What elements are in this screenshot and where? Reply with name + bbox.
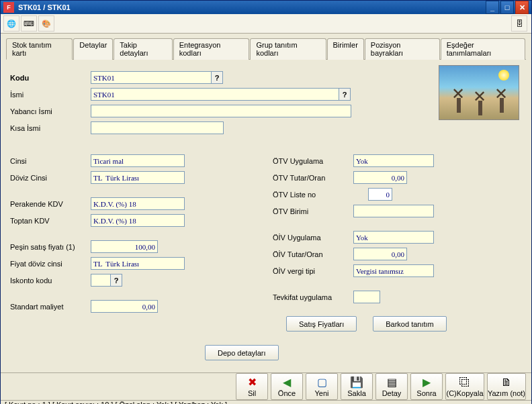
oiv-vergi-label: ÖİV vergi tipi (273, 267, 353, 275)
iskonto-help-button[interactable]: ? (110, 274, 122, 287)
once-button[interactable]: ◀Önce (271, 373, 303, 400)
oiv-tutar-input[interactable] (353, 248, 407, 260)
delete-icon: ✖ (248, 376, 257, 389)
kopyala-button[interactable]: ⿻(C)Kopyala (445, 373, 484, 400)
yabanci-ismi-input[interactable] (91, 105, 351, 117)
top-toolbar: 🌐 ⌨ 🎨 🗄 (1, 14, 531, 34)
otv-uygulama-input[interactable] (353, 154, 434, 167)
tab-grup[interactable]: Grup tanıtım kodları (250, 38, 326, 60)
kodu-help-button[interactable]: ? (211, 71, 223, 84)
doviz-cinsi-input[interactable] (91, 171, 185, 184)
close-button[interactable]: ✕ (515, 1, 529, 14)
satis-fiyatlari-button[interactable]: Satış Fiyatları (286, 316, 357, 332)
database-icon: 🗄 (516, 19, 523, 28)
sil-button[interactable]: ✖Sil (236, 373, 268, 400)
detay-button[interactable]: ▤Detay (375, 373, 408, 400)
status-text: [ Kayıt no : 1 ] [ Kayıt sayısı : 10 ] [… (5, 401, 227, 404)
ismi-label: İsmi (10, 91, 91, 99)
toolbar-keyboard-button[interactable]: ⌨ (21, 15, 37, 32)
right-column: ÖTV Uygulama ÖTV Tutar/Oran ÖTV Liste no… (273, 154, 522, 334)
new-icon: ▢ (317, 376, 327, 389)
minimize-button[interactable]: _ (486, 1, 499, 14)
otv-liste-input[interactable] (368, 188, 392, 201)
cinsi-input[interactable] (91, 154, 185, 167)
toptan-kdv-input[interactable] (91, 214, 185, 227)
otv-tutar-input[interactable] (353, 171, 407, 184)
standart-maliyet-label: Standart maliyet (10, 303, 91, 311)
yabanci-ismi-label: Yabancı İsmi (10, 107, 91, 115)
content-area: Stok tanıtım kartı Detaylar Takip detayl… (1, 34, 531, 372)
window-title: STK01 / STK01 (18, 3, 486, 11)
previous-icon: ◀ (283, 376, 291, 389)
tab-pozisyon[interactable]: Pozisyon bayrakları (365, 38, 440, 60)
note-icon: 🗎 (501, 376, 512, 389)
save-icon: 💾 (350, 376, 363, 389)
left-column: Cinsi Döviz Cinsi Perakende KDV Toptan K… (10, 154, 259, 334)
app-window: F STK01 / STK01 _ □ ✕ 🌐 ⌨ 🎨 🗄 Stok tanıt… (0, 0, 532, 404)
otv-liste-label: ÖTV Liste no (273, 191, 353, 199)
copy-icon: ⿻ (459, 376, 470, 389)
kodu-input[interactable] (91, 71, 212, 84)
tab-entegrasyon[interactable]: Entegrasyon kodları (173, 38, 250, 60)
ismi-help-button[interactable]: ? (339, 88, 351, 101)
kodu-label: Kodu (10, 74, 91, 82)
oiv-vergi-input[interactable] (353, 264, 434, 277)
titlebar: F STK01 / STK01 _ □ ✕ (1, 1, 531, 14)
otv-tutar-label: ÖTV Tutar/Oran (273, 174, 353, 182)
barkod-tanitim-button[interactable]: Barkod tanıtım (373, 316, 447, 332)
toptan-kdv-label: Toptan KDV (10, 217, 91, 225)
toolbar-db-button[interactable]: 🗄 (511, 15, 527, 32)
tevkifat-label: Tevkifat uygulama (273, 293, 353, 301)
otv-birimi-input[interactable] (353, 205, 434, 217)
kisa-ismi-label: Kısa İsmi (10, 124, 91, 132)
ismi-input[interactable] (91, 88, 339, 101)
yazim-button[interactable]: 🗎Yazım (not) (487, 373, 526, 400)
toolbar-palette-button[interactable]: 🎨 (38, 15, 54, 32)
oiv-uygulama-label: ÖİV Uygulama (273, 234, 353, 242)
sakla-button[interactable]: 💾Sakla (341, 373, 373, 400)
tab-takip[interactable]: Takip detayları (114, 38, 172, 60)
app-icon: F (3, 2, 14, 13)
otv-birimi-label: ÖTV Birimi (273, 207, 353, 215)
product-image[interactable] (439, 65, 519, 120)
kisa-ismi-input[interactable] (91, 121, 224, 134)
form-columns: Cinsi Döviz Cinsi Perakende KDV Toptan K… (10, 154, 522, 334)
globe-icon: 🌐 (7, 19, 16, 28)
tab-stok-tanitim[interactable]: Stok tanıtım kartı (6, 38, 73, 60)
iskonto-label: Iskonto kodu (10, 276, 91, 285)
tab-esdeger[interactable]: Eşdeğer tanımlamaları (441, 38, 525, 60)
keyboard-icon: ⌨ (24, 19, 34, 28)
tab-detaylar[interactable]: Detaylar (73, 38, 113, 60)
maximize-button[interactable]: □ (500, 1, 514, 14)
next-icon: ▶ (423, 376, 431, 389)
perakende-kdv-label: Perakende KDV (10, 200, 91, 208)
depo-detaylari-button[interactable]: Depo detayları (205, 345, 279, 360)
fiyat-doviz-input[interactable] (91, 257, 185, 270)
fiyat-doviz-label: Fiyat döviz cinsi (10, 260, 91, 268)
palette-icon: 🎨 (42, 19, 51, 28)
form-area: Kodu ? İsmi ? Yabancı İsmi Kısa İsmi (6, 62, 526, 368)
standart-maliyet-input[interactable] (91, 300, 158, 313)
bottom-toolbar: ✖Sil ◀Önce ▢Yeni 💾Sakla ▤Detay ▶Sonra ⿻(… (1, 372, 531, 400)
oiv-uygulama-input[interactable] (353, 231, 434, 244)
status-bar: [ Kayıt no : 1 ] [ Kayıt sayısı : 10 ] [… (1, 400, 531, 404)
perakende-kdv-input[interactable] (91, 197, 185, 210)
cinsi-label: Cinsi (10, 157, 91, 165)
oiv-tutar-label: ÖİV Tutar/Oran (273, 250, 353, 258)
toolbar-refresh-button[interactable]: 🌐 (3, 15, 19, 32)
yeni-button[interactable]: ▢Yeni (306, 373, 338, 400)
pesin-satis-input[interactable] (91, 240, 158, 253)
sonra-button[interactable]: ▶Sonra (410, 373, 443, 400)
detail-icon: ▤ (387, 376, 397, 389)
doviz-cinsi-label: Döviz Cinsi (10, 174, 91, 182)
otv-uygulama-label: ÖTV Uygulama (273, 157, 353, 165)
tab-bar: Stok tanıtım kartı Detaylar Takip detayl… (6, 38, 526, 60)
iskonto-input[interactable] (91, 274, 111, 287)
tab-birimler[interactable]: Birimler (327, 38, 364, 60)
tevkifat-input[interactable] (353, 291, 380, 303)
window-controls: _ □ ✕ (486, 1, 529, 14)
pesin-satis-label: Peşin satış fiyatı (1) (10, 243, 91, 251)
